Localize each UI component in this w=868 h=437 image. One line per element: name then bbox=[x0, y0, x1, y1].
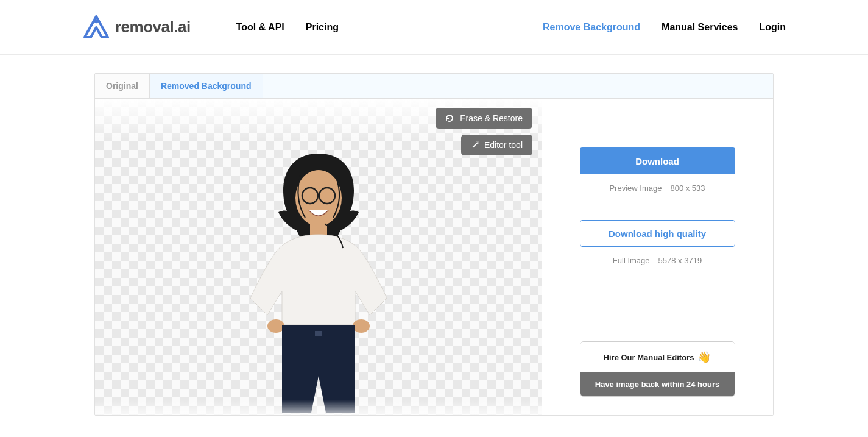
logo-mark-icon bbox=[82, 15, 110, 40]
tabs: Original Removed Background bbox=[95, 74, 773, 98]
nav-manual-services[interactable]: Manual Services bbox=[662, 22, 738, 33]
header: removal.ai Tool & API Pricing Remove Bac… bbox=[0, 0, 868, 55]
erase-restore-button[interactable]: Erase & Restore bbox=[436, 108, 532, 129]
download-button[interactable]: Download bbox=[580, 147, 735, 174]
nav-tool-api[interactable]: Tool & API bbox=[236, 22, 284, 33]
result-panel: Original Removed Background Erase & R bbox=[94, 73, 774, 416]
svg-point-0 bbox=[94, 19, 98, 23]
preview-image-dimensions: 800 x 533 bbox=[670, 183, 705, 193]
full-image-label: Full Image bbox=[613, 256, 650, 265]
hire-subtitle: Have image back within 24 hours bbox=[580, 372, 735, 396]
hire-title: Hire Our Manual Editors bbox=[604, 353, 694, 362]
nav-login[interactable]: Login bbox=[759, 22, 786, 33]
tab-removed-background[interactable]: Removed Background bbox=[150, 74, 263, 98]
logo-text: removal.ai bbox=[115, 18, 191, 37]
nav-right: Remove Background Manual Services Login bbox=[543, 22, 786, 33]
nav-left: Tool & API Pricing bbox=[236, 22, 339, 33]
svg-point-7 bbox=[353, 319, 370, 333]
logo[interactable]: removal.ai bbox=[82, 15, 191, 40]
hire-manual-editors-card[interactable]: Hire Our Manual Editors 👋 Have image bac… bbox=[580, 341, 735, 397]
full-image-dimensions: 5578 x 3719 bbox=[658, 256, 702, 265]
svg-rect-8 bbox=[315, 331, 322, 336]
preview-image-label: Preview Image bbox=[609, 183, 662, 193]
download-sidebar: Download Preview Image 800 x 533 Downloa… bbox=[542, 99, 773, 415]
subject-image bbox=[233, 132, 404, 415]
download-high-quality-button[interactable]: Download high quality bbox=[580, 220, 735, 247]
tab-original[interactable]: Original bbox=[95, 74, 150, 98]
image-preview: Erase & Restore Editor tool bbox=[95, 99, 542, 415]
editor-tool-button[interactable]: Editor tool bbox=[461, 135, 532, 155]
magic-wand-icon bbox=[471, 141, 479, 149]
nav-remove-background[interactable]: Remove Background bbox=[543, 22, 640, 33]
svg-point-6 bbox=[267, 319, 284, 333]
eraser-icon bbox=[445, 114, 455, 123]
svg-rect-5 bbox=[310, 224, 327, 236]
waving-hand-icon: 👋 bbox=[697, 350, 711, 364]
nav-pricing[interactable]: Pricing bbox=[306, 22, 339, 33]
